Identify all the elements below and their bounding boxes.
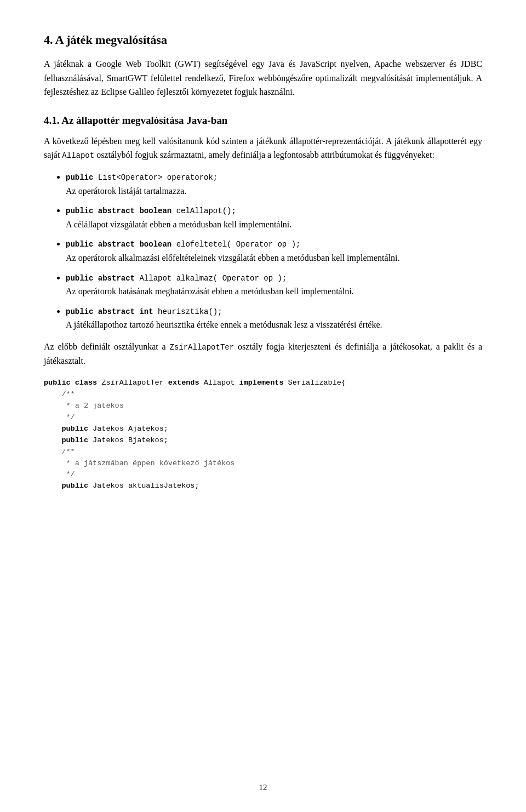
code-rest-3: elofeltetel( Operator op ); (171, 240, 300, 249)
section-intro: A következő lépésben meg kell valósítanu… (44, 134, 482, 162)
inline-code-zsir: ZsirAllapotTer (170, 343, 235, 352)
code-rest-5: heurisztika(); (153, 307, 222, 316)
code-kw-4: public abstract (66, 274, 135, 283)
code-rest-2: celAllapot(); (171, 207, 236, 215)
list-item-5: public abstract int heurisztika(); A ját… (66, 304, 482, 332)
list-item-3-desc: Az operátorok alkalmazási előfeltételein… (66, 253, 400, 262)
code-block: public class ZsirAllapotTer extends Alla… (44, 378, 482, 492)
inline-code-allapot: Allapot (62, 151, 94, 160)
code-kw-5: public abstract int (66, 307, 153, 316)
list-item-4-desc: Az operátorok hatásának meghatározását e… (66, 287, 354, 296)
page-number: 12 (0, 783, 526, 792)
list-item-1-desc: Az operátorok listáját tartalmazza. (66, 186, 186, 196)
list-item-2: public abstract boolean celAllapot(); A … (66, 203, 482, 231)
intro-paragraph: A játéknak a Google Web Toolkit (GWT) se… (44, 57, 482, 99)
chapter-heading: 4. A játék megvalósítása (44, 33, 482, 47)
code-kw-2: public abstract boolean (66, 207, 171, 215)
paragraph-after-bullets: Az előbb definiált osztályunkat a ZsirAl… (44, 340, 482, 368)
list-item-5-desc: A játékállapothoz tartozó heurisztika ér… (66, 320, 382, 329)
code-public: public (66, 173, 93, 182)
list-item-2-desc: A célállapot vizsgálatát ebben a metódus… (66, 220, 291, 229)
feature-list: public List<Operator> operatorok; Az ope… (66, 170, 482, 332)
list-item-3: public abstract boolean elofeltetel( Ope… (66, 237, 482, 265)
list-item-4: public abstract Allapot alkalmaz( Operat… (66, 271, 482, 299)
code-rest-4: Allapot alkalmaz( Operator op ); (135, 274, 287, 283)
section-heading: 4.1. Az állapottér megvalósítása Java-ba… (44, 115, 482, 127)
list-item-1: public List<Operator> operatorok; Az ope… (66, 170, 482, 198)
code-list-operator: List<Operator> operatorok; (93, 173, 218, 182)
code-kw-3: public abstract boolean (66, 240, 171, 249)
